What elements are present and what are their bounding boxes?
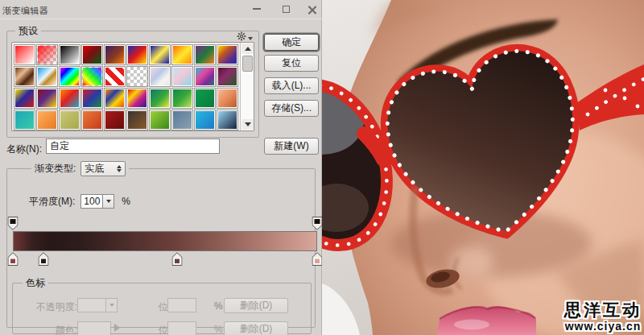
gradient-swatch[interactable] [36,66,58,87]
gradient-swatch[interactable] [81,110,103,130]
watermark-url: www.ciya.cn [564,320,642,333]
presets-scrollbar[interactable] [240,43,254,130]
gradient-swatch[interactable] [104,44,126,65]
gradient-type-value: 实底 [85,162,104,176]
portrait-photo [322,0,644,335]
gradient-swatch[interactable] [36,88,58,109]
gradient-swatch[interactable] [36,44,58,65]
scroll-up-button[interactable] [242,43,254,54]
close-button[interactable] [299,0,324,18]
presets-menu-button[interactable] [234,31,255,41]
opacity-stop-row [13,217,317,230]
dialog-titlebar[interactable]: 渐变编辑器 [0,0,322,19]
chevron-down-icon [109,304,114,307]
gradient-swatch[interactable] [217,110,238,130]
color-stop[interactable] [8,252,19,266]
gradient-group: 渐变类型: 实底 平滑度(M): % 色标 不透明度: [6,161,316,328]
gradient-swatch[interactable] [171,66,193,87]
load-button[interactable]: 载入(L)... [264,77,319,94]
gradient-swatch[interactable] [36,110,58,130]
minimize-button[interactable] [245,0,269,18]
watermark: 思洋互动 www.ciya.cn [564,299,642,333]
gear-dropdown-icon [248,37,253,40]
gradient-swatch[interactable] [217,88,238,109]
gradient-swatch[interactable] [14,88,35,109]
minimize-icon [253,8,261,10]
gradient-swatch[interactable] [14,44,35,65]
gradient-swatch[interactable] [81,66,103,87]
gradient-swatch[interactable] [104,88,126,109]
gradient-swatch[interactable] [59,44,80,65]
opacity-stop[interactable] [8,217,19,230]
gradient-swatch[interactable] [81,44,103,65]
delete-opacity-stop-button[interactable]: 删除(D) [224,298,288,313]
gradient-swatch[interactable] [194,66,216,87]
stop-opacity-input[interactable] [77,298,106,312]
reset-button[interactable]: 复位 [264,55,319,72]
stops-label: 色标 [26,277,45,288]
gradient-swatch[interactable] [104,110,126,130]
gradient-swatch[interactable] [194,44,216,65]
stop-opacity-dropdown-button[interactable] [106,298,118,312]
new-button[interactable]: 新建(W) [264,138,319,155]
smoothness-label: 平滑度(M): [29,195,75,209]
gradient-swatch[interactable] [149,66,171,87]
gradient-name-input[interactable] [46,139,220,154]
gradient-swatch[interactable] [126,88,148,109]
delete-color-stop-button[interactable]: 删除(D) [224,321,288,335]
photo-panel: 思洋互动 www.ciya.cn [322,0,644,335]
dialog-title: 渐变编辑器 [2,5,49,17]
scroll-thumb[interactable] [242,56,253,72]
gradient-type-label: 渐变类型: [35,162,76,176]
color-stop[interactable] [38,252,48,266]
gradient-swatch[interactable] [194,88,216,109]
smoothness-input[interactable] [80,194,102,209]
gradient-swatch[interactable] [171,44,193,65]
opacity-location-input[interactable] [167,298,196,312]
gradient-preview[interactable] [13,231,317,251]
gradient-swatch[interactable] [14,110,35,130]
gradient-swatch[interactable] [217,66,238,87]
gear-icon [237,31,246,41]
color-stop[interactable] [312,252,323,266]
gradient-swatch[interactable] [59,110,80,130]
opacity-location-percent: % [214,300,223,312]
smoothness-dropdown-button[interactable] [102,194,114,209]
ok-button[interactable]: 确定 [264,34,319,51]
stop-color-well[interactable] [77,321,111,335]
spinner-arrows-icon [117,165,122,173]
presets-label: 预设 [19,25,38,36]
gradient-swatch[interactable] [126,44,148,65]
gradient-swatch[interactable] [104,66,126,87]
gradient-swatch[interactable] [149,88,171,109]
gradient-swatch[interactable] [14,66,35,87]
gradient-swatch[interactable] [59,88,80,109]
gradient-swatch[interactable] [171,88,193,109]
stops-group: 色标 不透明度: % 位置: % 删除(D) 颜色: 位置: % [12,276,312,334]
smoothness-percent-label: % [122,196,130,207]
color-stop[interactable] [172,252,183,266]
gradient-swatch[interactable] [126,110,148,130]
opacity-stop[interactable] [312,217,323,230]
gradient-swatch[interactable] [59,66,80,87]
color-stop-row [13,252,317,266]
preset-grid [13,43,239,131]
gradient-swatch[interactable] [126,66,148,87]
gradient-swatch[interactable] [217,44,238,65]
gradient-swatch[interactable] [171,110,193,130]
gradient-editor-dialog: 渐变编辑器 预设 确定 复位 载入(L)... 存储(S)... 名称(N): … [0,0,322,335]
maximize-icon [283,6,290,13]
watermark-brand: 思洋互动 [564,299,642,321]
scroll-up-icon [245,47,251,51]
gradient-swatch[interactable] [149,44,171,65]
color-location-input[interactable] [167,321,196,335]
gradient-type-select[interactable]: 实底 [80,161,126,176]
maximize-button[interactable] [274,0,298,18]
gradient-swatch[interactable] [194,110,216,130]
scroll-down-button[interactable] [242,119,254,130]
gradient-swatch[interactable] [149,110,171,130]
gradient-swatch[interactable] [81,88,103,109]
color-picker-arrow-icon[interactable] [114,324,120,332]
opacity-label: 不透明度: [27,300,77,314]
save-button[interactable]: 存储(S)... [264,100,319,117]
